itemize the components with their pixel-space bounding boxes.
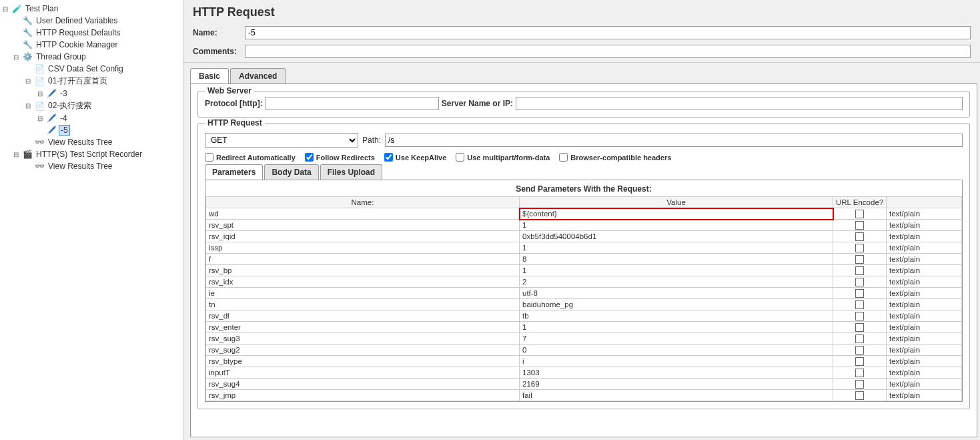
follow-redirects-check[interactable]: Follow Redirects	[305, 153, 375, 162]
name-input[interactable]	[245, 26, 971, 39]
param-name-cell[interactable]: rsv_dl	[206, 310, 520, 322]
param-name-cell[interactable]: rsv_enter	[206, 322, 520, 333]
parameters-table[interactable]: Name: Value URL Encode? wd${content}text…	[205, 196, 962, 401]
param-name-cell[interactable]: rsv_sug2	[206, 345, 520, 356]
param-contenttype-cell[interactable]: text/plain	[887, 220, 962, 231]
param-contenttype-cell[interactable]: text/plain	[887, 390, 962, 401]
param-value-cell[interactable]: 1	[520, 220, 833, 231]
param-encode-cell[interactable]	[833, 356, 887, 367]
tree-sampler-02[interactable]: ⊟📄 02-执行搜索	[0, 99, 183, 112]
param-name-cell[interactable]: rsv_idx	[206, 276, 520, 288]
checkbox-icon[interactable]	[855, 323, 864, 332]
param-value-cell[interactable]: 2169	[520, 379, 833, 390]
param-encode-cell[interactable]	[833, 231, 887, 242]
tree-http-request-defaults[interactable]: ·🔧 HTTP Request Defaults	[0, 27, 183, 39]
param-contenttype-cell[interactable]: text/plain	[887, 322, 962, 333]
param-contenttype-cell[interactable]: text/plain	[887, 242, 962, 254]
table-row[interactable]: rsv_idx2text/plain	[206, 276, 962, 288]
param-contenttype-cell[interactable]: text/plain	[887, 299, 962, 310]
param-contenttype-cell[interactable]: text/plain	[887, 356, 962, 367]
tree-thread-group[interactable]: ⊟⚙️ Thread Group	[0, 51, 183, 63]
tree-http-cookie-manager[interactable]: ·🔧 HTTP Cookie Manager	[0, 39, 183, 51]
param-contenttype-cell[interactable]: text/plain	[887, 310, 962, 322]
checkbox-icon[interactable]	[855, 346, 864, 355]
table-row[interactable]: rsv_dltbtext/plain	[206, 310, 962, 322]
param-name-cell[interactable]: ie	[206, 288, 520, 299]
param-contenttype-cell[interactable]: text/plain	[887, 231, 962, 242]
tree-csv-data-set[interactable]: ·📄 CSV Data Set Config	[0, 63, 183, 75]
checkbox-icon[interactable]	[855, 266, 864, 275]
param-encode-cell[interactable]	[833, 220, 887, 231]
tree-sampler-01[interactable]: ⊟📄 01-打开百度首页	[0, 75, 183, 87]
tree-sampler-01-child[interactable]: ⊟🖊️ -3	[0, 87, 183, 99]
table-row[interactable]: tnbaiduhome_pgtext/plain	[206, 299, 962, 310]
param-contenttype-cell[interactable]: text/plain	[887, 345, 962, 356]
param-name-cell[interactable]: tn	[206, 299, 520, 310]
param-name-cell[interactable]: rsv_btype	[206, 356, 520, 367]
checkbox-icon[interactable]	[855, 232, 864, 241]
table-row[interactable]: inputT1303text/plain	[206, 367, 962, 379]
param-name-cell[interactable]: f	[206, 254, 520, 265]
tree-view-results-tree-2[interactable]: ·👓 View Results Tree	[0, 160, 183, 172]
table-row[interactable]: wd${content}text/plain	[206, 208, 962, 220]
servername-input[interactable]	[516, 97, 963, 110]
subtab-body-data[interactable]: Body Data	[264, 164, 318, 180]
param-encode-cell[interactable]	[833, 333, 887, 345]
param-value-cell[interactable]: 1	[520, 242, 833, 254]
param-name-cell[interactable]: rsv_bp	[206, 265, 520, 276]
param-contenttype-cell[interactable]: text/plain	[887, 254, 962, 265]
param-encode-cell[interactable]	[833, 310, 887, 322]
param-name-cell[interactable]: rsv_spt	[206, 220, 520, 231]
table-row[interactable]: rsv_iqid0xb5f3dd540004b6d1text/plain	[206, 231, 962, 242]
subtab-files-upload[interactable]: Files Upload	[320, 164, 382, 180]
tree-view-results-tree-1[interactable]: ·👓 View Results Tree	[0, 136, 183, 148]
param-encode-cell[interactable]	[833, 390, 887, 401]
param-encode-cell[interactable]	[833, 379, 887, 390]
tab-basic[interactable]: Basic	[190, 68, 229, 83]
param-encode-cell[interactable]	[833, 345, 887, 356]
param-value-cell[interactable]: 7	[520, 333, 833, 345]
param-contenttype-cell[interactable]: text/plain	[887, 276, 962, 288]
table-row[interactable]: rsv_enter1text/plain	[206, 322, 962, 333]
param-name-cell[interactable]: rsv_sug4	[206, 379, 520, 390]
param-name-cell[interactable]: issp	[206, 242, 520, 254]
param-value-cell[interactable]: 0xb5f3dd540004b6d1	[520, 231, 833, 242]
table-row[interactable]: rsv_btypeitext/plain	[206, 356, 962, 367]
param-value-cell[interactable]: 1	[520, 265, 833, 276]
table-row[interactable]: rsv_bp1text/plain	[206, 265, 962, 276]
param-value-cell[interactable]: tb	[520, 310, 833, 322]
table-row[interactable]: rsv_jmpfailtext/plain	[206, 390, 962, 401]
param-value-cell[interactable]: fail	[520, 390, 833, 401]
param-value-cell[interactable]: ${content}	[520, 208, 833, 220]
tree-test-plan[interactable]: ⊟🧪 Test Plan	[0, 3, 183, 15]
checkbox-icon[interactable]	[855, 380, 864, 389]
param-encode-cell[interactable]	[833, 276, 887, 288]
table-row[interactable]: rsv_spt1text/plain	[206, 220, 962, 231]
param-encode-cell[interactable]	[833, 265, 887, 276]
param-contenttype-cell[interactable]: text/plain	[887, 265, 962, 276]
multipart-check[interactable]: Use multipart/form-data	[456, 153, 550, 162]
param-value-cell[interactable]: 8	[520, 254, 833, 265]
tab-advanced[interactable]: Advanced	[230, 68, 286, 83]
param-value-cell[interactable]: utf-8	[520, 288, 833, 299]
param-name-cell[interactable]: rsv_iqid	[206, 231, 520, 242]
param-value-cell[interactable]: 2	[520, 276, 833, 288]
param-encode-cell[interactable]	[833, 254, 887, 265]
checkbox-icon[interactable]	[855, 357, 864, 366]
param-encode-cell[interactable]	[833, 299, 887, 310]
checkbox-icon[interactable]	[855, 244, 864, 252]
checkbox-icon[interactable]	[855, 221, 864, 230]
checkbox-icon[interactable]	[855, 391, 864, 400]
param-encode-cell[interactable]	[833, 208, 887, 220]
table-row[interactable]: f8text/plain	[206, 254, 962, 265]
subtab-parameters[interactable]: Parameters	[205, 164, 263, 180]
checkbox-icon[interactable]	[855, 210, 864, 218]
param-name-cell[interactable]: wd	[206, 208, 520, 220]
param-encode-cell[interactable]	[833, 288, 887, 299]
param-contenttype-cell[interactable]: text/plain	[887, 379, 962, 390]
comments-input[interactable]	[245, 45, 971, 58]
table-row[interactable]: issp1text/plain	[206, 242, 962, 254]
checkbox-icon[interactable]	[855, 289, 864, 298]
tree-sampler-02-child-4[interactable]: ⊟🖊️ -4	[0, 112, 183, 124]
table-row[interactable]: ieutf-8text/plain	[206, 288, 962, 299]
